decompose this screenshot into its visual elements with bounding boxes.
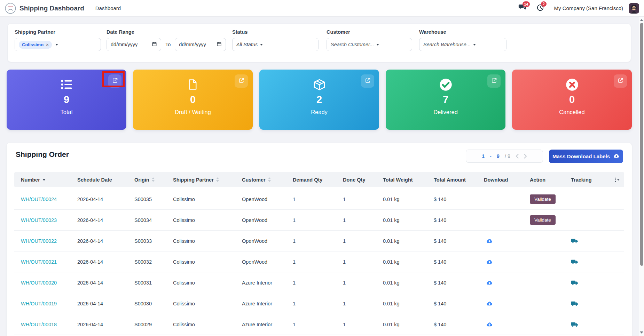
external-link-button[interactable] [487, 74, 501, 88]
scroll-up-arrow-icon[interactable] [640, 19, 643, 21]
status-value: All Status [236, 42, 258, 47]
date-to-value: dd/mm/yyyy [179, 42, 206, 47]
external-link-button[interactable] [108, 74, 121, 88]
validate-button[interactable]: Validate [530, 215, 556, 225]
page-range-end[interactable]: 9 [497, 153, 500, 159]
total-card[interactable]: 9Total [7, 70, 126, 130]
cloud-download-icon[interactable] [484, 258, 493, 265]
scrollbar-thumb[interactable] [640, 23, 643, 266]
warehouse-search-input[interactable]: Search Warehouse... [419, 38, 506, 51]
done-qty: 1 [343, 280, 346, 286]
order-number-link[interactable]: WH/OUT/00018 [21, 322, 57, 327]
company-switcher[interactable]: My Company (San Francisco) [554, 5, 623, 11]
card-value: 2 [316, 94, 322, 105]
total-amount: $ 140 [434, 322, 446, 327]
user-avatar[interactable] [629, 3, 639, 14]
total-weight: 0.01 kg [383, 280, 400, 286]
status-filter: Status All Status [232, 29, 319, 51]
card-label: Ready [311, 109, 328, 115]
draft-waiting-card[interactable]: 0Draft / Waiting [133, 70, 253, 130]
ready-card[interactable]: 2Ready [259, 70, 379, 130]
truck-icon[interactable] [571, 258, 578, 265]
external-link-icon [618, 78, 623, 85]
column-label: Tracking [571, 177, 592, 183]
customer: OpenWood [242, 217, 267, 223]
order-number-link[interactable]: WH/OUT/00021 [21, 259, 57, 265]
order-number-link[interactable]: WH/OUT/00022 [21, 238, 57, 244]
card-label: Draft / Waiting [175, 109, 211, 115]
shipping-partner-input[interactable]: Colissimo × [15, 38, 101, 51]
card-label: Total [61, 109, 73, 115]
truck-icon[interactable] [571, 321, 578, 328]
shipping-partner-tag[interactable]: Colissimo × [19, 41, 52, 49]
customer-search-input[interactable]: Search Customer... [327, 38, 412, 51]
column-header-origin[interactable]: Origin [134, 177, 173, 183]
truck-icon[interactable] [571, 279, 578, 286]
calendar-icon[interactable] [217, 41, 222, 48]
cloud-download-icon[interactable] [484, 321, 493, 328]
truck-icon[interactable] [571, 237, 578, 245]
order-number-link[interactable]: WH/OUT/00019 [21, 301, 57, 306]
sort-both-icon [268, 177, 271, 182]
column-header-customer[interactable]: Customer [242, 177, 293, 183]
order-number-link[interactable]: WH/OUT/00024 [21, 197, 57, 202]
date-range-filter: Date Range dd/mm/yyyy To dd/mm/yyyy [107, 29, 226, 51]
external-link-button[interactable] [361, 74, 374, 88]
shipping-partner: Colissimo [173, 322, 195, 327]
status-select[interactable]: All Status [232, 38, 319, 51]
validate-button[interactable]: Validate [530, 194, 556, 204]
table-row: WH/OUT/000202026-04-14S00031ColissimoAzu… [14, 272, 624, 293]
card-label: Cancelled [559, 109, 584, 115]
vertical-scrollbar[interactable] [639, 17, 644, 336]
messages-button[interactable]: 14 [518, 4, 526, 12]
cloud-download-icon[interactable] [484, 238, 493, 245]
external-link-icon [491, 78, 497, 85]
order-number-link[interactable]: WH/OUT/00020 [21, 280, 57, 286]
external-link-button[interactable] [235, 74, 248, 88]
total-weight: 0.01 kg [383, 217, 400, 223]
column-label: Shipping Partner [173, 177, 214, 183]
column-header-number[interactable]: Number [21, 177, 77, 183]
truck-icon[interactable] [571, 300, 578, 307]
chevron-down-icon [260, 44, 263, 46]
demand-qty: 1 [293, 322, 296, 327]
next-page-icon[interactable] [524, 154, 527, 159]
scroll-down-arrow-icon[interactable] [640, 331, 643, 334]
calendar-icon[interactable] [152, 41, 157, 48]
customer: OpenWood [242, 238, 267, 244]
column-label: Origin [134, 177, 149, 183]
schedule-date: 2026-04-14 [77, 259, 103, 265]
menu-dashboard[interactable]: Dashboard [95, 5, 121, 11]
activities-button[interactable]: 2 [537, 4, 544, 13]
mass-download-labels-button[interactable]: Mass Download Labels [549, 150, 623, 163]
total-amount: $ 140 [434, 280, 446, 286]
total-weight: 0.01 kg [383, 322, 400, 327]
date-from-input[interactable]: dd/mm/yyyy [107, 38, 161, 51]
order-number-link[interactable]: WH/OUT/00023 [21, 217, 57, 223]
done-qty: 1 [343, 259, 346, 265]
table-title: Shipping Order [16, 150, 69, 159]
tag-remove-icon[interactable]: × [46, 42, 49, 47]
schedule-date: 2026-04-14 [77, 197, 103, 202]
delivered-card[interactable]: 7Delivered [386, 70, 505, 130]
odoo-logo-icon[interactable]: odoo [5, 3, 16, 14]
date-to-input[interactable]: dd/mm/yyyy [175, 38, 226, 51]
page-range-start[interactable]: 1 [482, 153, 485, 159]
external-link-icon [112, 78, 118, 85]
top-navbar: odoo Shipping Dashboard Dashboard 14 2 M… [0, 0, 644, 17]
page-total: / 9 [505, 153, 510, 159]
column-header-total-amount: Total Amount [434, 177, 484, 183]
column-options-icon[interactable] [614, 177, 624, 183]
cloud-download-icon[interactable] [484, 300, 493, 307]
column-header-shipping-partner[interactable]: Shipping Partner [173, 177, 242, 183]
done-qty: 1 [343, 322, 346, 327]
shipping-partner: Colissimo [173, 280, 195, 286]
external-link-icon [238, 78, 244, 85]
card-value: 9 [64, 94, 69, 105]
external-link-button[interactable] [614, 74, 627, 88]
cancelled-card[interactable]: 0Cancelled [512, 70, 632, 130]
total-amount: $ 140 [434, 238, 446, 244]
cloud-download-icon[interactable] [484, 279, 493, 286]
total-weight: 0.01 kg [383, 238, 400, 244]
prev-page-icon[interactable] [516, 154, 519, 159]
